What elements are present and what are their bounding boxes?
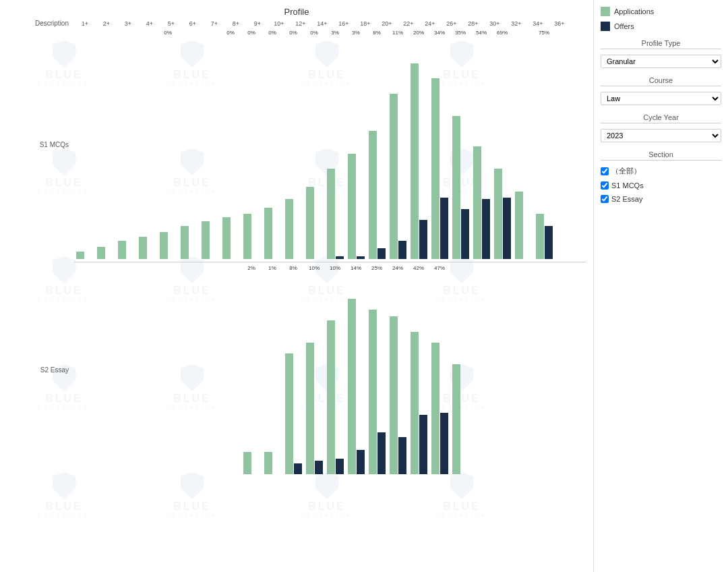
bar-application (369, 131, 377, 259)
s2-label: S2 Essay (7, 366, 74, 374)
bar-group (513, 30, 533, 259)
bar-pct-label: 0% (226, 30, 235, 36)
bar-application (306, 343, 314, 474)
bar-group: 25% (367, 265, 387, 474)
bar-application (264, 452, 272, 474)
course-select[interactable]: Law (601, 92, 721, 105)
bar-group: 0% (241, 30, 262, 259)
bar-offer (377, 432, 386, 474)
x-axis-tick: 14+ (311, 20, 333, 27)
bar-application (536, 214, 544, 259)
x-axis-tick: 2+ (96, 20, 117, 27)
bar-offer (357, 450, 365, 474)
bar-offer (357, 256, 365, 259)
bar-wrap (452, 364, 469, 474)
offers-label: Offers (614, 22, 634, 30)
x-axis-tick: 24+ (419, 20, 441, 27)
bar-pct-label: 10% (309, 265, 320, 271)
bar-group: 42% (408, 265, 429, 474)
bar-offer (440, 198, 448, 259)
bar-group: 0% (262, 30, 282, 259)
bar-wrap (327, 320, 344, 474)
section-divider (74, 262, 586, 262)
x-axis-tick: 4+ (139, 20, 160, 27)
x-axis-tick: 22+ (398, 20, 419, 27)
bar-application (452, 116, 460, 259)
bar-group: 0% (304, 30, 324, 259)
watermark: BLUE EDUCATION (270, 472, 384, 517)
bar-group: 10% (325, 265, 345, 474)
bar-application (411, 63, 419, 259)
bar-wrap (202, 221, 218, 259)
x-axis-tick: 26+ (441, 20, 462, 27)
x-axis-tick: 7+ (204, 20, 225, 27)
bar-wrap (264, 452, 281, 474)
bar-offer (482, 199, 490, 259)
bar-pct-label: 24% (392, 265, 403, 271)
section-all-checkbox-item: （全部） (601, 166, 721, 176)
x-axis-tick: 3+ (117, 20, 139, 27)
bar-application (431, 78, 439, 259)
s1-label: S1 MCQs (7, 141, 74, 148)
watermark: BLUE EDUCATION (135, 472, 249, 517)
bar-wrap (139, 237, 156, 259)
bar-pct-label: 3% (331, 30, 339, 36)
section-title: Section (601, 150, 721, 161)
bar-group: 35% (450, 30, 471, 259)
bar-group (220, 265, 241, 474)
applications-legend-box (601, 7, 610, 16)
sidebar: Applications Offers Profile Type Granula… (593, 0, 728, 572)
bar-pct-label: 2% (247, 265, 255, 271)
bar-offer (419, 415, 427, 474)
bar-application (473, 146, 481, 259)
bar-application (390, 94, 398, 259)
chart-area: BLUE EDUCATION BLUE EDUCATION BLUE EDUCA… (0, 0, 593, 572)
bar-group (179, 30, 199, 259)
legend-offers: Offers (601, 22, 721, 31)
bar-group (534, 265, 554, 474)
x-axis-tick: 10+ (268, 20, 290, 27)
bar-group (179, 265, 199, 474)
bar-offer (315, 461, 323, 474)
bar-group: 47% (429, 265, 450, 474)
bar-application (181, 226, 189, 259)
cycle-year-title: Cycle Year (601, 113, 721, 123)
section-all-label: （全部） (611, 166, 641, 176)
section-all-checkbox[interactable] (601, 167, 609, 175)
bar-pct-label: 25% (371, 265, 382, 271)
x-axis-tick: 30+ (484, 20, 506, 27)
bar-group (471, 265, 491, 474)
bar-offer (545, 226, 553, 259)
bar-pct-label: 8% (289, 265, 297, 271)
bar-group: 54% (471, 30, 491, 259)
description-label: Description (7, 20, 74, 27)
bar-group: 75% (534, 30, 554, 259)
section-s2-checkbox[interactable] (601, 195, 609, 203)
bar-pct-label: 0% (164, 30, 172, 36)
bar-wrap (536, 214, 553, 259)
x-axis-tick: 32+ (506, 20, 527, 27)
bar-application (160, 232, 168, 259)
bar-offer (336, 256, 344, 259)
bar-group (492, 265, 512, 474)
bar-pct-label: 34% (434, 30, 445, 36)
main-container: BLUE EDUCATION BLUE EDUCATION BLUE EDUCA… (0, 0, 728, 572)
bar-application (390, 316, 398, 474)
bar-application (411, 332, 419, 474)
bar-wrap (411, 63, 427, 259)
bar-group (158, 265, 178, 474)
bar-group: 1% (262, 265, 282, 474)
bar-wrap (97, 247, 114, 259)
x-axis-tick: 20+ (376, 20, 398, 27)
bar-application (285, 199, 293, 259)
x-axis-ticks: 1+2+3+4+5+6+7+8+9+10+12+14+16+18+20+22+2… (74, 20, 570, 27)
section-s1-checkbox[interactable] (601, 181, 609, 190)
bar-pct-label: 75% (539, 30, 549, 36)
bar-pct-label: 35% (455, 30, 466, 36)
bar-offer (440, 413, 448, 474)
bar-wrap (431, 78, 448, 259)
bar-group (200, 30, 220, 259)
cycle-year-select[interactable]: 2023 (601, 129, 721, 142)
bar-application (222, 217, 231, 259)
profile-type-select[interactable]: Granular (601, 55, 721, 68)
